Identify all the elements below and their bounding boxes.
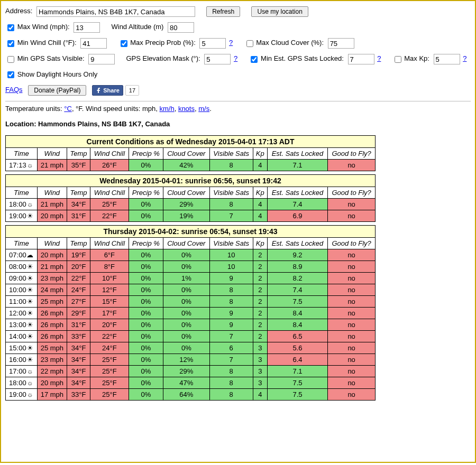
cell-cloud-cover: 0%: [163, 308, 209, 319]
max-kp-checkbox[interactable]: [395, 56, 401, 63]
donate-button[interactable]: Donate (PayPal): [28, 85, 86, 96]
cell-wind: 24 mph: [37, 284, 67, 296]
column-header: Temp: [67, 187, 90, 199]
column-header: Visible Sats: [209, 187, 253, 199]
cell-sats-locked: 8.4: [267, 319, 328, 331]
cell-sats-locked: 7.1: [267, 366, 328, 377]
wind-altitude-input[interactable]: [168, 22, 194, 33]
cell-precip: 0%: [129, 319, 163, 331]
min-sats-input[interactable]: [88, 54, 115, 64]
filter-row-3: Min GPS Sats Visible: GPS Elevation Mask…: [5, 54, 471, 64]
cell-sats-locked: 6.4: [267, 354, 328, 366]
cell-time: 17:13 ☼: [6, 160, 38, 171]
cell-temp: 34°F: [67, 342, 90, 354]
cell-wind: 21 mph: [37, 261, 67, 273]
cell-temp: 34°F: [67, 354, 90, 366]
refresh-button[interactable]: Refresh: [206, 6, 240, 17]
unit-c-link[interactable]: °C: [64, 105, 72, 113]
column-header: Est. Sats Locked: [267, 238, 328, 249]
cell-visible-sats: 8: [209, 199, 253, 210]
elev-mask-help-link[interactable]: ?: [234, 54, 237, 62]
cell-temp: 35°F: [67, 160, 90, 171]
min-locked-input[interactable]: [348, 54, 374, 64]
time-text: 08:00: [9, 263, 26, 271]
units-line: Temperature units: °C, °F. Wind speed un…: [5, 105, 471, 113]
cell-kp: 2: [253, 249, 267, 261]
cell-sats-locked: 8.4: [267, 308, 328, 319]
forecast-tables: Current Conditions as of Wednesday 2015-…: [5, 135, 471, 401]
table-row: 15:00 ☀25 mph34°F24°F0%0%635.6no: [6, 342, 376, 354]
cell-wind: 20 mph: [37, 377, 67, 389]
cell-wind-chill: 26°F: [90, 160, 129, 171]
min-locked-checkbox[interactable]: [251, 56, 258, 63]
cell-temp: 31°F: [67, 319, 90, 331]
sun-icon: ☀: [26, 332, 34, 340]
min-sats-label: Min GPS Sats Visible:: [17, 54, 85, 62]
cell-temp: 29°F: [67, 308, 90, 319]
table-row: 17:13 ☼21 mph35°F26°F0%42%847.1no: [6, 160, 376, 171]
table-caption: Thursday 2015-04-02: sunrise 06:54, suns…: [6, 226, 376, 238]
column-header: Wind Chill: [90, 148, 129, 160]
min-wind-chill-checkbox[interactable]: [7, 40, 14, 47]
address-input[interactable]: [36, 6, 195, 17]
max-wind-input[interactable]: [74, 22, 100, 33]
cell-wind-chill: 22°F: [90, 331, 129, 342]
cell-visible-sats: 8: [209, 377, 253, 389]
elev-mask-input[interactable]: [204, 54, 231, 64]
psun-icon: ☼: [26, 161, 34, 169]
cell-precip: 0%: [129, 331, 163, 342]
sun-icon: ☀: [26, 263, 34, 271]
cell-visible-sats: 8: [209, 296, 253, 308]
daylight-checkbox[interactable]: [7, 71, 14, 78]
psun-icon: ☼: [26, 379, 34, 387]
cell-cloud-cover: 0%: [163, 284, 209, 296]
max-kp-input[interactable]: [434, 54, 460, 64]
cell-temp: 31°F: [67, 210, 90, 222]
column-header: Visible Sats: [209, 238, 253, 249]
max-precip-input[interactable]: [199, 38, 226, 49]
unit-kmh-link[interactable]: km/h: [159, 105, 174, 113]
cell-time: 17:00 ☼: [6, 366, 38, 377]
min-wind-chill-input[interactable]: [80, 38, 107, 49]
cell-wind-chill: 25°F: [90, 199, 129, 210]
cell-sats-locked: 7.5: [267, 377, 328, 389]
cell-good-to-fly: no: [328, 261, 376, 273]
table-row: 12:00 ☀26 mph29°F17°F0%0%928.4no: [6, 308, 376, 319]
min-sats-checkbox[interactable]: [7, 56, 14, 63]
time-text: 17:00: [9, 367, 26, 375]
max-precip-checkbox[interactable]: [121, 40, 127, 47]
cell-temp: 34°F: [67, 377, 90, 389]
cell-wind: 21 mph: [37, 160, 67, 171]
unit-knots-link[interactable]: knots: [178, 105, 195, 113]
cell-time: 19:00 ☼: [6, 389, 38, 401]
cell-sats-locked: 7.1: [267, 160, 328, 171]
cell-good-to-fly: no: [328, 296, 376, 308]
cell-time: 19:00 ☀: [6, 210, 38, 222]
use-my-location-button[interactable]: Use my location: [251, 6, 308, 17]
unit-ms-link[interactable]: m/s: [198, 105, 209, 113]
table-caption: Wednesday 2015-04-01: sunrise 06:56, sun…: [6, 175, 376, 187]
cell-visible-sats: 8: [209, 366, 253, 377]
cell-wind: 20 mph: [37, 249, 67, 261]
facebook-share-button[interactable]: Share: [92, 85, 123, 96]
cell-time: 15:00 ☀: [6, 342, 38, 354]
faqs-link[interactable]: FAQs: [5, 86, 23, 94]
max-cloud-label: Max Cloud Cover (%):: [256, 39, 324, 46]
column-header: Wind Chill: [90, 238, 129, 249]
min-locked-help-link[interactable]: ?: [377, 54, 381, 62]
cell-temp: 24°F: [67, 284, 90, 296]
cell-visible-sats: 6: [209, 342, 253, 354]
max-cloud-checkbox[interactable]: [246, 40, 253, 47]
cell-good-to-fly: no: [328, 342, 376, 354]
column-header: Cloud Cover: [163, 148, 209, 160]
max-precip-help-link[interactable]: ?: [229, 39, 233, 46]
max-kp-help-link[interactable]: ?: [463, 54, 466, 62]
cell-visible-sats: 8: [209, 284, 253, 296]
elev-mask-label: GPS Elevation Mask (°):: [126, 54, 200, 62]
max-wind-checkbox[interactable]: [7, 24, 14, 31]
sun-icon: ☀: [26, 297, 34, 305]
cell-precip: 0%: [129, 199, 163, 210]
cell-sats-locked: 8.9: [267, 261, 328, 273]
max-cloud-input[interactable]: [328, 38, 354, 49]
cell-precip: 0%: [129, 366, 163, 377]
